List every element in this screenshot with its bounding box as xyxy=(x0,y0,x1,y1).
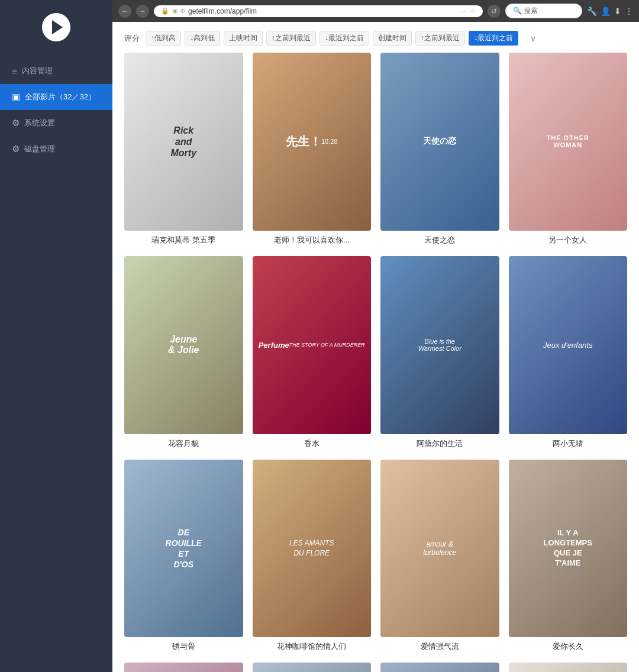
refresh-button[interactable]: ↺ xyxy=(488,5,501,18)
film-card-13[interactable] xyxy=(124,663,243,672)
film-poster-15 xyxy=(380,663,499,672)
film-poster-4: THE OTHERWOMAN xyxy=(509,53,628,231)
sidebar-item-label: 系统设置 xyxy=(24,118,55,128)
star-icon: ··· xyxy=(462,8,467,15)
film-title-10: 花神咖啡馆的情人们 xyxy=(253,641,372,652)
content-management-icon: ≡ xyxy=(12,66,17,76)
film-poster-image-9: DEROUILLEETD'OS xyxy=(124,460,243,638)
sort-create-time-button[interactable]: 创建时间 xyxy=(373,31,412,46)
sort-rating-label: 评分 xyxy=(124,33,140,44)
film-poster-image-10: LES AMANTSDU FLORE xyxy=(253,460,372,638)
sort-rating-desc-button[interactable]: ↓高到低 xyxy=(185,31,220,46)
film-poster-image-2: 先生！10.28 xyxy=(253,53,372,231)
main-area: ← → 🔒 ◉ ⊕ getelfilm.com/app/film ··· ☆ ↺… xyxy=(112,0,639,672)
film-card-14[interactable] xyxy=(253,663,372,672)
sort-bar: 评分 ↑低到高 ↓高到低 上映时间 ↑之前到最近 ↓最近到之前 创建时间 ↑之前… xyxy=(124,31,627,46)
film-poster-16 xyxy=(509,663,628,672)
film-title-1: 瑞克和莫蒂 第五季 xyxy=(124,235,243,245)
extensions-button[interactable]: 🔧 xyxy=(587,7,597,16)
url-text: getelfilm.com/app/film xyxy=(188,7,459,15)
film-poster-image-12: IL Y ALONGTEMPSQUE JET'AIME xyxy=(509,460,628,638)
film-poster-image-14 xyxy=(253,663,372,672)
film-grid: RickandMorty 瑞克和莫蒂 第五季 先生！10.28 老师！我可以喜欢… xyxy=(124,53,627,672)
film-poster-image-4: THE OTHERWOMAN xyxy=(509,53,628,231)
film-title-8: 两小无猜 xyxy=(509,438,628,449)
sidebar-logo xyxy=(0,0,112,52)
browser-search-bar[interactable]: 🔍 搜索 xyxy=(505,4,582,18)
film-card-10[interactable]: LES AMANTSDU FLORE 花神咖啡馆的情人们 xyxy=(253,460,372,652)
url-bar[interactable]: 🔒 ◉ ⊕ getelfilm.com/app/film ··· ☆ xyxy=(154,5,483,17)
film-poster-12: IL Y ALONGTEMPSQUE JET'AIME xyxy=(509,460,628,638)
film-poster-14 xyxy=(253,663,372,672)
search-placeholder: 搜索 xyxy=(524,7,538,15)
film-poster-8: Jeux d'enfants xyxy=(509,256,628,434)
sidebar-item-system-settings[interactable]: ⚙ 系统设置 xyxy=(0,110,112,136)
sort-create-desc-button[interactable]: ↓最近到之前 xyxy=(469,31,518,46)
sort-time-asc-button[interactable]: ↑之前到最近 xyxy=(266,31,316,46)
sidebar-navigation: ≡ 内容管理 ▣ 全部影片（32／32） ⚙ 系统设置 ⚙ 磁盘管理 xyxy=(0,58,112,162)
all-films-icon: ▣ xyxy=(12,92,20,102)
film-poster-6: PerfumeTHE STORY OF A MURDERER xyxy=(253,256,372,434)
download-button[interactable]: ⬇ xyxy=(614,7,621,16)
forward-button[interactable]: → xyxy=(136,5,149,18)
sort-time-desc-button[interactable]: ↓最近到之前 xyxy=(320,31,369,46)
browser-bar: ← → 🔒 ◉ ⊕ getelfilm.com/app/film ··· ☆ ↺… xyxy=(112,0,639,22)
film-card-4[interactable]: THE OTHERWOMAN 另一个女人 xyxy=(509,53,628,245)
film-card-3[interactable]: 天使の恋 天使之恋 xyxy=(380,53,499,245)
film-poster-image-5: Jeune& Jolie xyxy=(124,256,243,434)
film-card-16[interactable] xyxy=(509,663,628,672)
film-poster-3: 天使の恋 xyxy=(380,53,499,231)
film-poster-13 xyxy=(124,663,243,672)
sort-create-asc-button[interactable]: ↑之前到最近 xyxy=(415,31,465,46)
film-poster-10: LES AMANTSDU FLORE xyxy=(253,460,372,638)
film-card-2[interactable]: 先生！10.28 老师！我可以喜欢你... xyxy=(253,53,372,245)
sidebar-item-label: 磁盘管理 xyxy=(24,144,55,154)
film-title-3: 天使之恋 xyxy=(380,235,499,245)
film-card-6[interactable]: PerfumeTHE STORY OF A MURDERER 香水 xyxy=(253,256,372,449)
system-settings-icon: ⚙ xyxy=(12,118,20,128)
film-card-12[interactable]: IL Y ALONGTEMPSQUE JET'AIME 爱你长久 xyxy=(509,460,628,652)
logo-play-icon xyxy=(52,20,63,34)
film-title-4: 另一个女人 xyxy=(509,235,628,245)
film-card-15[interactable] xyxy=(380,663,499,672)
sidebar-item-disk-management[interactable]: ⚙ 磁盘管理 xyxy=(0,136,112,162)
sort-release-time-button[interactable]: 上映时间 xyxy=(224,31,263,46)
film-poster-9: DEROUILLEETD'OS xyxy=(124,460,243,638)
menu-button[interactable]: ⋮ xyxy=(625,7,633,16)
sidebar-item-content-management[interactable]: ≡ 内容管理 xyxy=(0,58,112,84)
search-icon: 🔍 xyxy=(513,7,522,15)
film-poster-1: RickandMorty xyxy=(124,53,243,231)
sort-rating-asc-button[interactable]: ↑低到高 xyxy=(146,31,181,46)
film-card-7[interactable]: Blue is theWarmest Color 阿黛尔的生活 xyxy=(380,256,499,449)
sidebar-item-label: 全部影片（32／32） xyxy=(25,92,96,102)
film-poster-7: Blue is theWarmest Color xyxy=(380,256,499,434)
film-card-11[interactable]: amour &turbulence 爱情强气流 xyxy=(380,460,499,652)
film-card-1[interactable]: RickandMorty 瑞克和莫蒂 第五季 xyxy=(124,53,243,245)
film-poster-image-3: 天使の恋 xyxy=(380,53,499,231)
url-prefix: ◉ ⊕ xyxy=(172,7,185,15)
bookmark-icon: ☆ xyxy=(470,7,476,15)
browser-toolbar-icons: 🔧 👤 ⬇ ⋮ xyxy=(587,7,633,16)
sidebar-item-label: 内容管理 xyxy=(22,66,53,76)
film-title-5: 花容月貌 xyxy=(124,438,243,449)
lock-icon: 🔒 xyxy=(161,7,169,15)
disk-management-icon: ⚙ xyxy=(12,144,20,154)
film-title-2: 老师！我可以喜欢你... xyxy=(253,235,372,245)
film-title-11: 爱情强气流 xyxy=(380,641,499,652)
sort-chevron-icon[interactable]: ∨ xyxy=(530,34,536,43)
film-title-7: 阿黛尔的生活 xyxy=(380,438,499,449)
film-poster-2: 先生！10.28 xyxy=(253,53,372,231)
content-area: 评分 ↑低到高 ↓高到低 上映时间 ↑之前到最近 ↓最近到之前 创建时间 ↑之前… xyxy=(112,22,639,672)
film-poster-11: amour &turbulence xyxy=(380,460,499,638)
film-card-8[interactable]: Jeux d'enfants 两小无猜 xyxy=(509,256,628,449)
profile-button[interactable]: 👤 xyxy=(601,7,611,16)
film-title-9: 锈与骨 xyxy=(124,641,243,652)
film-poster-image-13 xyxy=(124,663,243,672)
film-card-5[interactable]: Jeune& Jolie 花容月貌 xyxy=(124,256,243,449)
back-button[interactable]: ← xyxy=(118,5,131,18)
film-poster-image-11: amour &turbulence xyxy=(380,460,499,638)
film-poster-image-1: RickandMorty xyxy=(124,53,243,231)
film-card-9[interactable]: DEROUILLEETD'OS 锈与骨 xyxy=(124,460,243,652)
film-title-12: 爱你长久 xyxy=(509,641,628,652)
sidebar-item-all-films[interactable]: ▣ 全部影片（32／32） xyxy=(0,84,112,110)
